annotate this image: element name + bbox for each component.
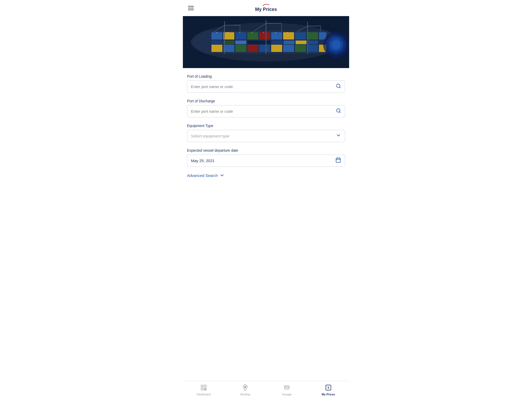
svg-rect-32: [283, 45, 294, 52]
svg-point-51: [251, 32, 252, 33]
svg-rect-68: [204, 385, 206, 387]
port-of-loading-label: Port of Loading: [187, 74, 345, 78]
equipment-type-select-wrapper: Select equipment type20' Dry40' Dry40' H…: [187, 130, 345, 142]
svg-rect-23: [284, 41, 295, 44]
hero-banner: [183, 16, 349, 68]
svg-rect-18: [211, 41, 222, 44]
svg-rect-25: [308, 41, 318, 44]
svg-rect-13: [271, 32, 282, 39]
page-title: My Prices: [255, 7, 277, 12]
departure-date-label: Expected vessel departure date: [187, 148, 345, 152]
app-header: My Prices: [183, 0, 349, 16]
svg-rect-24: [296, 41, 307, 44]
svg-rect-74: [284, 386, 289, 389]
departure-date-input[interactable]: May 25, 2021: [187, 155, 345, 167]
nav-item-voyage[interactable]: Voyage: [266, 381, 308, 399]
departure-date-group: Expected vessel departure date May 25, 2…: [187, 148, 345, 167]
svg-rect-22: [272, 41, 283, 44]
nav-label-routing: Routing: [240, 393, 250, 396]
svg-point-48: [217, 32, 217, 33]
svg-rect-31: [271, 45, 282, 52]
svg-text:¥: ¥: [328, 385, 329, 389]
nav-item-my-prices[interactable]: ¥ My Prices: [308, 381, 349, 399]
nav-label-voyage: Voyage: [282, 393, 292, 396]
svg-point-53: [275, 32, 276, 33]
equipment-type-group: Equipment Type Select equipment type20' …: [187, 124, 345, 142]
svg-point-50: [240, 32, 240, 33]
logo-accent-icon: [262, 4, 270, 6]
svg-rect-21: [247, 41, 271, 44]
port-of-discharge-label: Port of Discharge: [187, 99, 345, 103]
svg-rect-33: [295, 45, 306, 52]
svg-rect-28: [235, 45, 246, 52]
svg-rect-20: [235, 41, 246, 44]
nav-label-dashboard: Dashboard: [197, 393, 211, 396]
equipment-type-label: Equipment Type: [187, 124, 345, 128]
nav-item-routing[interactable]: Routing: [224, 381, 266, 399]
svg-rect-34: [307, 45, 318, 52]
port-of-discharge-group: Port of Discharge: [187, 99, 345, 117]
svg-rect-29: [247, 45, 258, 52]
port-of-loading-group: Port of Loading: [187, 74, 345, 93]
nav-label-my-prices: My Prices: [322, 393, 335, 396]
equipment-type-select[interactable]: Select equipment type20' Dry40' Dry40' H…: [187, 130, 345, 142]
svg-rect-8: [211, 32, 222, 39]
chevron-down-icon-advanced: [220, 173, 224, 178]
advanced-search-button[interactable]: Advanced Search: [187, 173, 345, 178]
svg-point-73: [245, 387, 245, 387]
svg-rect-14: [283, 32, 294, 39]
svg-point-49: [228, 32, 228, 33]
nav-item-dashboard[interactable]: Dashboard: [183, 381, 224, 399]
bottom-nav: Dashboard Routing Voyage: [183, 381, 349, 399]
port-of-discharge-input-wrapper: [187, 105, 345, 117]
port-of-discharge-input[interactable]: [187, 105, 345, 117]
departure-date-wrapper: May 25, 2021: [187, 155, 345, 167]
header-title-wrap: My Prices: [255, 4, 277, 12]
svg-rect-15: [295, 32, 306, 39]
dashboard-icon: [200, 384, 207, 392]
svg-point-54: [287, 32, 288, 33]
svg-rect-19: [223, 41, 234, 44]
svg-rect-26: [211, 45, 222, 52]
svg-point-52: [263, 32, 264, 33]
svg-rect-67: [201, 385, 203, 387]
advanced-search-label: Advanced Search: [187, 173, 218, 178]
port-of-loading-input-wrapper: [187, 81, 345, 93]
svg-rect-27: [223, 45, 234, 52]
svg-rect-30: [259, 45, 270, 52]
svg-rect-11: [247, 32, 258, 39]
routing-icon: [242, 384, 249, 392]
ship-illustration: [183, 16, 349, 68]
hero-image: [183, 16, 349, 68]
svg-rect-10: [235, 32, 246, 39]
voyage-icon: [283, 384, 290, 392]
svg-rect-9: [223, 32, 234, 39]
svg-rect-69: [201, 388, 203, 390]
main-content: Port of Loading Port of Discharge: [183, 68, 349, 204]
port-of-loading-input[interactable]: [187, 81, 345, 92]
svg-rect-16: [307, 32, 318, 39]
menu-button[interactable]: [187, 5, 195, 11]
my-prices-icon: ¥: [325, 384, 332, 392]
svg-point-58: [331, 40, 341, 49]
svg-rect-12: [259, 32, 270, 39]
